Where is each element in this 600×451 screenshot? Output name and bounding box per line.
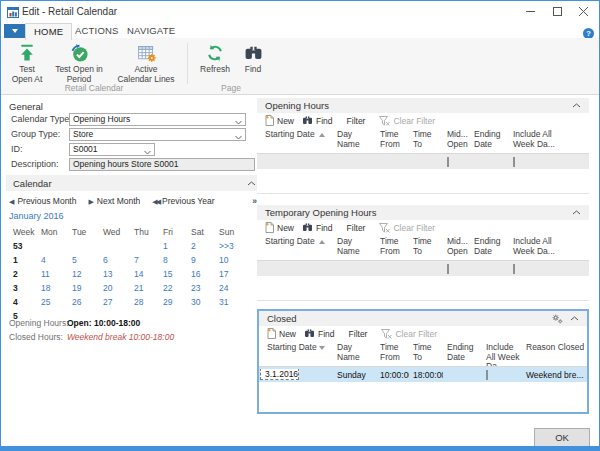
test-open-in-period-button[interactable]: Test Open inPeriod bbox=[47, 41, 111, 84]
maximize-button[interactable] bbox=[544, 1, 570, 21]
calendar-fasttab-header[interactable]: Calendar bbox=[6, 175, 264, 191]
next-month-link[interactable]: ▶Next Month bbox=[88, 196, 140, 206]
day-cell[interactable]: 29 bbox=[159, 295, 187, 309]
starting-date-cell[interactable]: 3.1.2016 bbox=[260, 369, 299, 380]
day-cell[interactable]: 9 bbox=[187, 253, 215, 267]
tab-home[interactable]: HOME bbox=[25, 23, 72, 40]
temporary-opening-hours-panel-header[interactable]: Temporary Opening Hours bbox=[257, 205, 589, 220]
find-button[interactable]: Find bbox=[302, 116, 333, 126]
customize-gear-icon[interactable] bbox=[552, 314, 563, 324]
tab-actions[interactable]: ACTIONS bbox=[67, 23, 127, 38]
close-button[interactable] bbox=[570, 1, 596, 21]
tab-navigate[interactable]: NAVIGATE bbox=[119, 23, 183, 38]
filter-button[interactable]: Filter bbox=[347, 223, 366, 233]
column-header-reason-closed[interactable]: Reason Closed bbox=[522, 341, 587, 366]
day-cell[interactable]: 22 bbox=[159, 281, 187, 295]
calendar-type-dropdown[interactable]: Opening Hours bbox=[69, 113, 246, 126]
clear-filter-button[interactable]: Clear Filter bbox=[379, 223, 435, 233]
day-cell-selected[interactable]: >>3 bbox=[215, 239, 249, 253]
day-cell[interactable]: 10 bbox=[215, 253, 249, 267]
previous-year-link[interactable]: ◀◀Previous Year bbox=[152, 196, 214, 206]
include-all-week-checkbox[interactable] bbox=[513, 157, 515, 167]
column-header-starting-date[interactable]: Starting Date bbox=[257, 128, 333, 153]
column-header-time-from[interactable]: Time From bbox=[376, 341, 409, 366]
column-header-time-to[interactable]: Time To bbox=[409, 235, 443, 260]
column-header-starting-date[interactable]: Starting Date bbox=[259, 341, 333, 366]
day-cell[interactable]: 25 bbox=[37, 295, 68, 309]
find-button[interactable]: Find bbox=[237, 41, 269, 75]
new-button[interactable]: New bbox=[267, 328, 296, 339]
description-field[interactable]: Opening hours Store S0001 bbox=[69, 158, 255, 171]
midnight-open-checkbox[interactable] bbox=[447, 157, 449, 167]
day-cell[interactable] bbox=[99, 239, 130, 253]
column-header-time-to[interactable]: Time To bbox=[409, 341, 443, 366]
new-button[interactable]: New bbox=[265, 115, 294, 126]
day-cell[interactable]: 8 bbox=[159, 253, 187, 267]
column-header-time-to[interactable]: Time To bbox=[409, 128, 443, 153]
midnight-open-checkbox[interactable] bbox=[447, 264, 449, 274]
table-row[interactable] bbox=[257, 261, 589, 276]
day-cell[interactable]: 28 bbox=[130, 295, 159, 309]
time-to-cell[interactable]: 18:00:00 bbox=[409, 370, 443, 380]
day-cell[interactable]: 23 bbox=[187, 281, 215, 295]
day-cell[interactable]: 31 bbox=[215, 295, 249, 309]
find-button[interactable]: Find bbox=[302, 223, 333, 233]
day-cell[interactable]: 13 bbox=[99, 267, 130, 281]
collapse-icon[interactable] bbox=[572, 210, 581, 215]
day-cell[interactable] bbox=[130, 239, 159, 253]
include-all-week-checkbox[interactable] bbox=[486, 370, 488, 380]
filter-button[interactable]: Filter bbox=[349, 329, 368, 339]
column-header-ending-date[interactable]: Ending Date bbox=[470, 235, 509, 260]
active-calendar-lines-button[interactable]: ActiveCalendar Lines bbox=[111, 41, 181, 84]
day-cell[interactable]: 26 bbox=[68, 295, 99, 309]
column-header-include-all-week[interactable]: Include All Week Da... bbox=[482, 341, 522, 366]
app-menu-button[interactable] bbox=[4, 24, 25, 38]
day-cell[interactable]: 30 bbox=[187, 295, 215, 309]
collapse-icon[interactable] bbox=[570, 316, 579, 321]
column-header-include-all-week[interactable]: Include All Week Da... bbox=[509, 128, 557, 153]
day-cell[interactable]: 15 bbox=[159, 267, 187, 281]
table-row-selected[interactable]: 3.1.2016 Sunday 10:00:00 18:00:00 Weeken… bbox=[259, 367, 587, 382]
closed-panel-header[interactable]: Closed bbox=[259, 311, 587, 326]
column-header-include-all-week[interactable]: Include All Week Da... bbox=[509, 235, 557, 260]
day-cell[interactable]: 2 bbox=[187, 239, 215, 253]
day-cell[interactable]: 24 bbox=[215, 281, 249, 295]
minimize-button[interactable] bbox=[517, 1, 543, 21]
time-from-cell[interactable]: 10:00:00 bbox=[376, 370, 409, 380]
day-cell[interactable]: 4 bbox=[37, 253, 68, 267]
clear-filter-button[interactable]: Clear Filter bbox=[379, 116, 435, 126]
day-cell[interactable]: 11 bbox=[37, 267, 68, 281]
group-type-dropdown[interactable]: Store bbox=[69, 128, 246, 141]
day-cell[interactable]: 1 bbox=[159, 239, 187, 253]
column-header-ending-date[interactable]: Ending Date bbox=[470, 128, 509, 153]
collapse-icon[interactable] bbox=[247, 181, 256, 186]
day-cell[interactable] bbox=[68, 239, 99, 253]
day-cell[interactable]: 19 bbox=[68, 281, 99, 295]
collapse-icon[interactable] bbox=[572, 103, 581, 108]
day-cell[interactable]: 18 bbox=[37, 281, 68, 295]
id-dropdown[interactable]: S0001 bbox=[69, 143, 155, 156]
day-cell[interactable]: 6 bbox=[99, 253, 130, 267]
column-header-ending-date[interactable]: Ending Date bbox=[443, 341, 482, 366]
column-header-day-name[interactable]: Day Name bbox=[333, 341, 376, 366]
clear-filter-button[interactable]: Clear Filter bbox=[381, 329, 437, 339]
reason-closed-cell[interactable]: Weekend bre... bbox=[522, 370, 587, 380]
day-cell[interactable] bbox=[37, 239, 68, 253]
column-header-day-name[interactable]: Day Name bbox=[333, 128, 376, 153]
column-header-day-name[interactable]: Day Name bbox=[333, 235, 376, 260]
column-header-time-from[interactable]: Time From bbox=[376, 235, 409, 260]
previous-month-link[interactable]: ◀Previous Month bbox=[9, 196, 76, 206]
day-cell[interactable]: 5 bbox=[68, 253, 99, 267]
filter-button[interactable]: Filter bbox=[347, 116, 366, 126]
day-cell[interactable]: 7 bbox=[130, 253, 159, 267]
day-cell[interactable]: 20 bbox=[99, 281, 130, 295]
day-cell[interactable]: 21 bbox=[130, 281, 159, 295]
day-name-cell[interactable]: Sunday bbox=[333, 370, 376, 380]
table-row[interactable] bbox=[257, 154, 589, 169]
new-button[interactable]: New bbox=[265, 222, 294, 233]
day-cell[interactable]: 16 bbox=[187, 267, 215, 281]
test-open-at-button[interactable]: TestOpen At bbox=[7, 41, 47, 84]
column-header-midnight-open[interactable]: Mid... Open bbox=[443, 128, 470, 153]
column-header-starting-date[interactable]: Starting Date bbox=[257, 235, 333, 260]
day-cell[interactable]: 17 bbox=[215, 267, 249, 281]
